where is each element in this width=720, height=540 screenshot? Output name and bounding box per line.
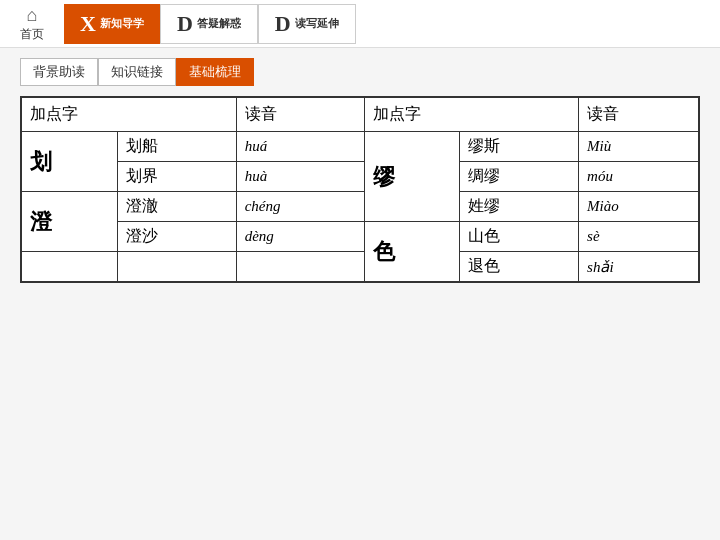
- sub-nav: 背景助读 知识链接 基础梳理: [0, 48, 720, 96]
- table-row: 划 划船 huá 缪 缪斯 Miù: [21, 132, 699, 162]
- word-cell-xingmiu: 姓缪: [459, 192, 578, 222]
- table-row: 划界 huà 绸缪 móu: [21, 162, 699, 192]
- table-row: 澄沙 dèng 色 山色 sè: [21, 222, 699, 252]
- tab-da-ti-letter: D: [177, 11, 193, 37]
- word-cell-tuise: 退色: [459, 252, 578, 283]
- pron-cell-se1: sè: [579, 222, 699, 252]
- pron-cell-miu3: Miào: [579, 192, 699, 222]
- col-header-char2: 加点字: [365, 97, 579, 132]
- tab-xin-zhi[interactable]: X 新知导学: [64, 4, 160, 44]
- word-cell-huachuan: 划船: [117, 132, 236, 162]
- word-cell-chengche: 澄澈: [117, 192, 236, 222]
- empty-word-cell: [117, 252, 236, 283]
- empty-pron-cell: [236, 252, 364, 283]
- col-header-pron2: 读音: [579, 97, 699, 132]
- pron-cell-hua1: huá: [236, 132, 364, 162]
- word-cell-dengsha: 澄沙: [117, 222, 236, 252]
- subnav-jc[interactable]: 基础梳理: [176, 58, 254, 86]
- home-button[interactable]: ⌂ 首页: [20, 5, 44, 43]
- tab-du-xie-text: 读写延伸: [295, 16, 339, 31]
- subnav-bg[interactable]: 背景助读: [20, 58, 98, 86]
- pron-cell-miu1: Miù: [579, 132, 699, 162]
- header: ⌂ 首页 X 新知导学 D 答疑解惑 D 读写延伸: [0, 0, 720, 48]
- tab-da-ti[interactable]: D 答疑解惑: [160, 4, 258, 44]
- table-header-row: 加点字 读音 加点字 读音: [21, 97, 699, 132]
- pron-cell-hua2: huà: [236, 162, 364, 192]
- tab-xin-zhi-letter: X: [80, 11, 96, 37]
- char-cell-deng: 澄: [21, 192, 117, 252]
- table-row: 澄 澄澈 chéng 姓缪 Miào: [21, 192, 699, 222]
- home-icon: ⌂: [27, 5, 38, 26]
- pron-cell-deng2: dèng: [236, 222, 364, 252]
- word-cell-huajie: 划界: [117, 162, 236, 192]
- vocab-table: 加点字 读音 加点字 读音 划 划船 huá 缪 缪斯 Miù 划界 huà 绸…: [20, 96, 700, 283]
- tab-da-ti-text: 答疑解惑: [197, 16, 241, 31]
- home-label: 首页: [20, 26, 44, 43]
- tab-xin-zhi-text: 新知导学: [100, 16, 144, 31]
- pron-cell-se2: shǎi: [579, 252, 699, 283]
- tab-du-xie-letter: D: [275, 11, 291, 37]
- subnav-zs[interactable]: 知识链接: [98, 58, 176, 86]
- pron-cell-deng1: chéng: [236, 192, 364, 222]
- word-cell-choumiu: 绸缪: [459, 162, 578, 192]
- word-cell-miusi: 缪斯: [459, 132, 578, 162]
- empty-char-cell: [21, 252, 117, 283]
- char-cell-miu: 缪: [365, 132, 460, 222]
- char-cell-se: 色: [365, 222, 460, 283]
- pron-cell-miu2: móu: [579, 162, 699, 192]
- word-cell-shanse: 山色: [459, 222, 578, 252]
- nav-tabs: X 新知导学 D 答疑解惑 D 读写延伸: [64, 4, 356, 44]
- col-header-pron1: 读音: [236, 97, 364, 132]
- tab-du-xie[interactable]: D 读写延伸: [258, 4, 356, 44]
- table-row: 退色 shǎi: [21, 252, 699, 283]
- main-content: 加点字 读音 加点字 读音 划 划船 huá 缪 缪斯 Miù 划界 huà 绸…: [0, 96, 720, 293]
- char-cell-hua: 划: [21, 132, 117, 192]
- col-header-char1: 加点字: [21, 97, 236, 132]
